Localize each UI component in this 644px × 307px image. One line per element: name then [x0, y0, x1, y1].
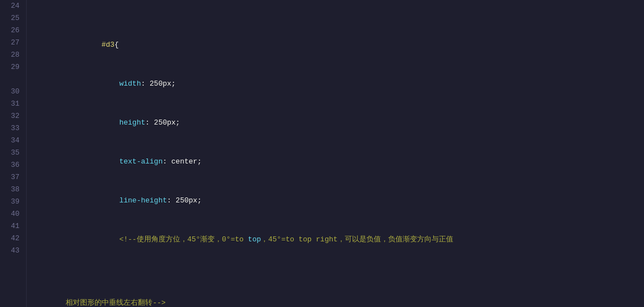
- line-num-35: 35: [4, 147, 19, 159]
- code-line-26: height: 250px;: [31, 105, 644, 117]
- line-num-42: 42: [4, 232, 19, 245]
- code-line-27: text-align: center;: [31, 143, 644, 156]
- line-num-27: 27: [4, 37, 19, 49]
- line-num-30b: 30: [4, 86, 19, 98]
- line-num-24: 24: [4, 0, 19, 12]
- line-num-43: 43: [4, 245, 19, 257]
- line-num-29: 29: [4, 61, 19, 73]
- line-num-28: 28: [4, 49, 19, 61]
- code-content[interactable]: #d3{ width: 250px; height: 250px; text-a…: [27, 0, 644, 307]
- code-area: 24 25 26 27 28 29 30 31 32 33 34 35 36 3…: [0, 0, 644, 307]
- line-num-31: 31: [4, 98, 19, 110]
- line-num-30: [4, 73, 19, 86]
- line-num-41: 41: [4, 220, 19, 232]
- line-num-33: 33: [4, 122, 19, 135]
- line-num-39: 39: [4, 196, 19, 208]
- line-num-34: 34: [4, 135, 19, 147]
- code-editor: 24 25 26 27 28 29 30 31 32 33 34 35 36 3…: [0, 0, 644, 307]
- line-num-40: 40: [4, 208, 19, 220]
- code-line-24: #d3{: [31, 27, 644, 39]
- line-num-25: 25: [4, 12, 19, 24]
- line-num-38: 38: [4, 184, 19, 196]
- line-num-37: 37: [4, 171, 19, 184]
- code-line-28: line-height: 250px;: [31, 182, 644, 195]
- code-line-25: width: 250px;: [31, 66, 644, 78]
- line-num-36: 36: [4, 159, 19, 171]
- line-num-32: 32: [4, 110, 19, 122]
- line-num-26: 26: [4, 24, 19, 37]
- code-line-29b: 相对图形的中垂线左右翻转-->: [31, 285, 644, 297]
- line-numbers: 24 25 26 27 28 29 30 31 32 33 34 35 36 3…: [0, 0, 27, 307]
- code-line-29: <!--使用角度方位，45°渐变，0°=to top，45°=to top ri…: [31, 221, 644, 258]
